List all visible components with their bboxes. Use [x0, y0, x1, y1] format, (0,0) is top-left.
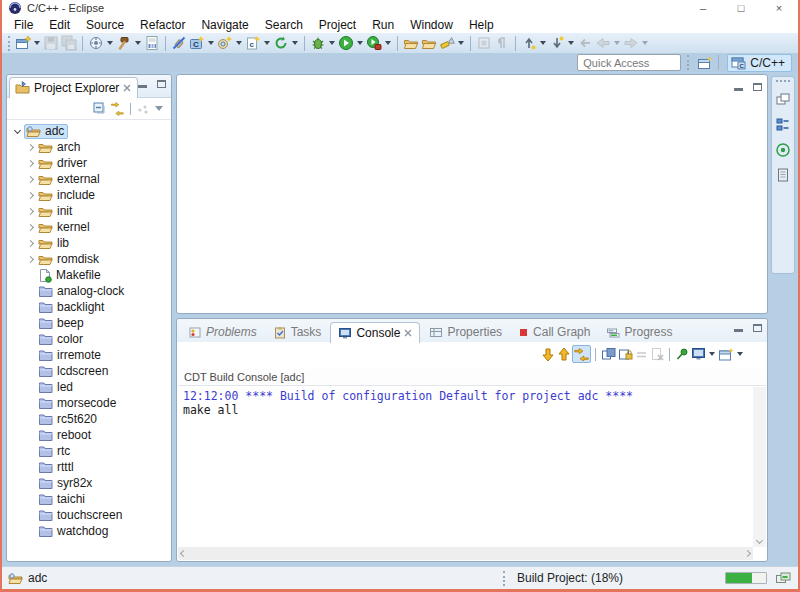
make-target-view-icon[interactable]: [775, 142, 791, 158]
menu-window[interactable]: Window: [402, 17, 461, 33]
external-tools-dropdown[interactable]: [385, 41, 391, 45]
collapse-all-button[interactable]: [91, 100, 108, 117]
open-type-button[interactable]: [402, 34, 420, 52]
tree-item-project[interactable]: beep: [7, 315, 171, 331]
show-whitespace-button[interactable]: [493, 34, 511, 52]
scroll-lock-button[interactable]: [617, 346, 634, 362]
tree-item-project[interactable]: rc5t620: [7, 411, 171, 427]
tree-item-project[interactable]: lcdscreen: [7, 363, 171, 379]
toolbar-drag-handle[interactable]: [8, 36, 11, 51]
tab-call-graph[interactable]: Call Graph: [511, 322, 597, 342]
tree-item-folder[interactable]: romdisk: [7, 251, 171, 267]
clear-console-button[interactable]: [649, 346, 665, 362]
tree-item-project[interactable]: rtc: [7, 443, 171, 459]
view-menu-icon[interactable]: [155, 106, 163, 111]
manage-configurations-dropdown[interactable]: [107, 41, 113, 45]
chevron-right-icon[interactable]: [25, 193, 38, 198]
scroll-left-icon[interactable]: [180, 550, 187, 557]
tree-item-project[interactable]: analog-clock: [7, 283, 171, 299]
tree-item-folder[interactable]: kernel: [7, 219, 171, 235]
debug-dropdown[interactable]: [329, 41, 335, 45]
tree-item-project[interactable]: touchscreen: [7, 507, 171, 523]
chevron-right-icon[interactable]: [25, 241, 38, 246]
outline-view-icon[interactable]: [775, 117, 791, 133]
chevron-down-icon[interactable]: [11, 128, 24, 135]
next-annotation-button[interactable]: [548, 34, 566, 52]
tree-item-project[interactable]: rtttl: [7, 459, 171, 475]
tree-item-folder[interactable]: arch: [7, 139, 171, 155]
new-cpp-class-dropdown[interactable]: [236, 41, 242, 45]
minimize-window-button[interactable]: –: [684, 0, 722, 16]
new-c-project-button[interactable]: C: [188, 34, 206, 52]
maximize-window-button[interactable]: □: [722, 0, 760, 16]
menu-help[interactable]: Help: [461, 17, 502, 33]
tab-console[interactable]: Console: [330, 322, 420, 343]
tab-properties[interactable]: Properties: [422, 322, 509, 342]
previous-annotation-button[interactable]: [520, 34, 538, 52]
tab-problems[interactable]: Problems: [181, 322, 264, 342]
close-window-button[interactable]: ×: [760, 0, 798, 16]
run-dropdown[interactable]: [357, 41, 363, 45]
save-all-button[interactable]: [60, 34, 78, 52]
tree-item-folder[interactable]: init: [7, 203, 171, 219]
tree-item-project[interactable]: syr82x: [7, 475, 171, 491]
manage-configurations-button[interactable]: [87, 34, 105, 52]
new-c-file-dropdown[interactable]: [264, 41, 270, 45]
tree-item-folder[interactable]: driver: [7, 155, 171, 171]
new-c-file-button[interactable]: c: [244, 34, 262, 52]
menu-edit[interactable]: Edit: [41, 17, 78, 33]
new-wizard-dropdown[interactable]: [34, 41, 40, 45]
open-console-button[interactable]: [717, 346, 735, 363]
link-with-editor-button[interactable]: [108, 100, 126, 117]
menu-source[interactable]: Source: [78, 17, 132, 33]
progress-view-icon[interactable]: [775, 571, 792, 585]
minimize-view-icon[interactable]: [138, 85, 147, 88]
open-console-dropdown[interactable]: [737, 352, 743, 356]
close-icon[interactable]: [123, 84, 131, 92]
debug-button[interactable]: [309, 34, 327, 52]
perspective-bar-handle[interactable]: [687, 55, 690, 70]
maximize-view-icon[interactable]: [753, 83, 762, 91]
copy-log-button[interactable]: [600, 346, 617, 362]
chevron-right-icon[interactable]: [25, 209, 38, 214]
forward-button[interactable]: [622, 34, 640, 52]
tree-item-project[interactable]: watchdog: [7, 523, 171, 539]
last-edit-location-button[interactable]: [576, 34, 594, 52]
tab-progress[interactable]: Progress: [599, 322, 679, 342]
chevron-right-icon[interactable]: [25, 161, 38, 166]
new-cpp-class-button[interactable]: [216, 34, 234, 52]
quick-access-input[interactable]: [577, 54, 681, 71]
maximize-view-icon[interactable]: [753, 324, 762, 332]
search-dropdown[interactable]: [458, 41, 464, 45]
strip-drag-handle[interactable]: [776, 80, 790, 83]
menu-run[interactable]: Run: [364, 17, 402, 33]
tree-item-project-adc[interactable]: adc: [7, 123, 171, 139]
previous-error-button[interactable]: [556, 346, 572, 363]
build-dropdown[interactable]: [135, 41, 141, 45]
tree-item-project[interactable]: backlight: [7, 299, 171, 315]
menu-refactor[interactable]: Refactor: [132, 17, 193, 33]
menu-search[interactable]: Search: [257, 17, 311, 33]
open-perspective-button[interactable]: [696, 54, 714, 72]
perspective-cpp-button[interactable]: C C/C++: [727, 54, 792, 72]
scroll-right-icon[interactable]: [744, 550, 751, 557]
minimize-view-icon[interactable]: [734, 88, 743, 91]
binary-settings-button[interactable]: [143, 34, 161, 52]
build-button[interactable]: [115, 34, 133, 52]
save-button[interactable]: [42, 34, 60, 52]
back-dropdown[interactable]: [614, 41, 620, 45]
tab-tasks[interactable]: Tasks: [266, 322, 329, 342]
menu-file[interactable]: File: [6, 17, 41, 33]
chevron-right-icon[interactable]: [25, 257, 38, 262]
scroll-down-icon[interactable]: [756, 537, 763, 544]
tree-item-project[interactable]: led: [7, 379, 171, 395]
show-error-in-editor-button[interactable]: [572, 345, 591, 363]
vertical-scrollbar[interactable]: [753, 387, 766, 547]
toggle-mark-occurrences-button[interactable]: [475, 34, 493, 52]
toggle-indexer-button[interactable]: [170, 34, 188, 52]
documents-view-icon[interactable]: [775, 167, 791, 183]
tree-item-project[interactable]: morsecode: [7, 395, 171, 411]
tree-item-folder[interactable]: external: [7, 171, 171, 187]
back-button[interactable]: [594, 34, 612, 52]
rebuild-index-button[interactable]: [272, 34, 290, 52]
